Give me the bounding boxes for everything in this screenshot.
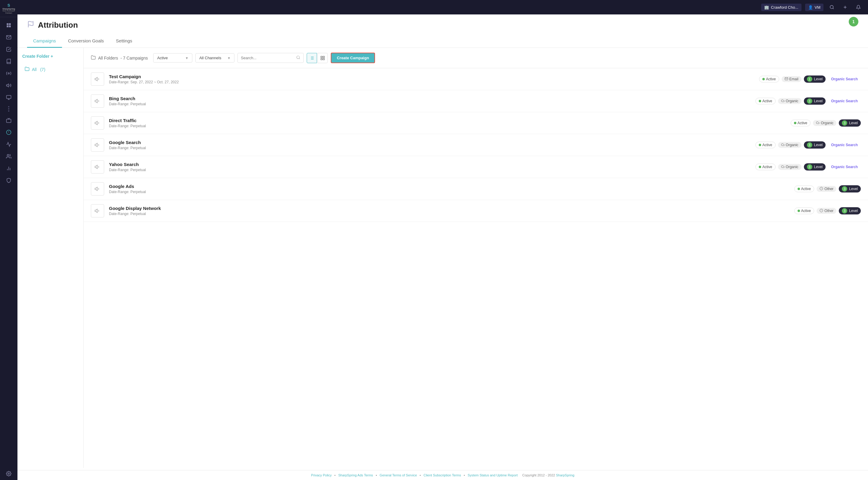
sidebar-item-analytics[interactable]: [2, 139, 15, 150]
campaign-row[interactable]: Direct TrafficDate-Range: PerpetualActiv…: [84, 112, 868, 134]
sidebar-item-dashboard[interactable]: [2, 20, 15, 31]
organic-search-badge: Organic Search: [828, 98, 861, 104]
level-number: 3: [842, 120, 847, 126]
create-folder-button[interactable]: Create Folder +: [22, 54, 79, 59]
footer-link-subscription[interactable]: Client Subscription Terms: [424, 473, 461, 477]
svg-marker-36: [95, 77, 97, 81]
level-badge: 1Level: [804, 75, 826, 83]
add-button[interactable]: [840, 2, 850, 12]
campaign-icon: [91, 204, 104, 217]
channel-icon: [816, 121, 819, 125]
campaign-row[interactable]: Test CampaignDate-Range: Sep. 27, 2022 ~…: [84, 68, 868, 90]
campaign-date: Date-Range: Perpetual: [109, 190, 789, 194]
sidebar-item-reports[interactable]: [2, 163, 15, 174]
status-badge: Active: [790, 120, 811, 126]
tab-settings[interactable]: Settings: [110, 35, 138, 48]
sidebar-item-media[interactable]: [2, 114, 15, 126]
status-label: Active: [762, 165, 772, 169]
svg-marker-6: [7, 84, 9, 87]
campaign-row[interactable]: Google AdsDate-Range: PerpetualActiveOth…: [84, 178, 868, 200]
sidebar-item-admin[interactable]: [2, 175, 15, 186]
footer-link-privacy[interactable]: Privacy Policy: [311, 473, 332, 477]
campaign-date: Date-Range: Perpetual: [109, 124, 786, 128]
level-number: 3: [807, 98, 812, 104]
tab-campaigns[interactable]: Campaigns: [27, 35, 62, 48]
sidebar-item-social[interactable]: [2, 80, 15, 91]
status-filter-dropdown[interactable]: Active ▼: [153, 53, 192, 63]
svg-rect-34: [323, 58, 325, 60]
channel-badge: Organic: [813, 120, 836, 126]
sidebar-item-email[interactable]: [2, 32, 15, 43]
account-selector[interactable]: 🏢 Crawford Cho...: [761, 4, 801, 11]
footer-link-ads-terms[interactable]: SharpSpring Ads Terms: [338, 473, 373, 477]
channel-label: Organic: [821, 121, 833, 125]
folder-all[interactable]: All (7): [22, 65, 79, 74]
notifications-button[interactable]: [854, 2, 863, 12]
sidebar-logo[interactable]: S SharpSpringfrom Constant Contact: [0, 0, 18, 17]
svg-marker-42: [95, 187, 97, 191]
sidebar-item-automation[interactable]: [2, 68, 15, 79]
level-label: Level: [814, 143, 823, 147]
create-campaign-button[interactable]: Create Campaign: [331, 53, 375, 63]
level-label: Level: [814, 165, 823, 169]
active-dot: [759, 144, 761, 146]
campaign-icon: [91, 160, 104, 174]
campaign-info: Yahoo SearchDate-Range: Perpetual: [109, 162, 751, 172]
channel-badge: Other: [816, 186, 836, 192]
svg-rect-33: [323, 56, 325, 58]
channel-icon: [781, 165, 785, 169]
campaign-name: Google Display Network: [109, 206, 789, 211]
tabs-container: Campaigns Conversion Goals Settings: [27, 35, 858, 47]
svg-line-25: [299, 58, 300, 59]
footer-link-tos[interactable]: General Terms of Service: [379, 473, 417, 477]
grid-view-button[interactable]: [317, 53, 328, 63]
campaign-row[interactable]: Yahoo SearchDate-Range: PerpetualActiveO…: [84, 156, 868, 178]
tab-conversion-goals[interactable]: Conversion Goals: [62, 35, 110, 48]
campaign-row[interactable]: Bing SearchDate-Range: PerpetualActiveOr…: [84, 90, 868, 112]
organic-search-badge: Organic Search: [828, 164, 861, 170]
footer-brand-link[interactable]: SharpSpring: [556, 473, 574, 477]
campaign-icon: [91, 95, 104, 108]
svg-rect-7: [7, 96, 11, 99]
sidebar-item-contacts[interactable]: [2, 151, 15, 162]
sidebar-item-tasks[interactable]: [2, 44, 15, 55]
footer-copyright: Copyright 2012 - 2022 SharpSpring: [522, 473, 574, 477]
search-button[interactable]: [827, 2, 837, 12]
campaign-row[interactable]: Google Display NetworkDate-Range: Perpet…: [84, 200, 868, 222]
channel-filter-label: All Channels: [199, 56, 221, 60]
campaign-date: Date-Range: Perpetual: [109, 102, 751, 106]
page-title-icon: [27, 21, 34, 30]
sidebar-more-dots[interactable]: [8, 104, 9, 114]
campaign-info: Bing SearchDate-Range: Perpetual: [109, 96, 751, 106]
channel-badge: Email: [782, 76, 802, 82]
sidebar-settings-button[interactable]: [6, 467, 11, 480]
sidebar-item-pages[interactable]: [2, 56, 15, 67]
campaign-info: Direct TrafficDate-Range: Perpetual: [109, 118, 786, 128]
level-badge: 3Level: [804, 163, 826, 171]
footer-links: Privacy Policy • SharpSpring Ads Terms •…: [311, 473, 519, 477]
search-input[interactable]: [241, 56, 294, 60]
campaign-name: Direct Traffic: [109, 118, 786, 123]
svg-rect-2: [7, 26, 8, 27]
list-view-button[interactable]: [307, 53, 317, 63]
campaign-count: - 7 Campaigns: [120, 56, 148, 61]
campaign-tags: ActiveEmail1LevelOrganic Search: [759, 75, 861, 83]
folder-name: All Folders: [98, 56, 118, 61]
sidebar-item-forms[interactable]: [2, 92, 15, 103]
footer-link-status[interactable]: System Status and Uptime Report: [468, 473, 518, 477]
channel-filter-dropdown[interactable]: All Channels ▼: [195, 53, 235, 63]
account-icon: 🏢: [764, 5, 769, 10]
user-menu[interactable]: 👤 VM: [805, 4, 824, 11]
campaign-tags: ActiveOther3Level: [794, 207, 861, 214]
active-dot: [798, 188, 800, 190]
folder-all-count: (7): [39, 67, 45, 72]
svg-rect-32: [321, 56, 322, 58]
main-content: Attribution Campaigns Conversion Goals S…: [18, 14, 868, 480]
campaign-row[interactable]: Google SearchDate-Range: PerpetualActive…: [84, 134, 868, 156]
sidebar-item-attribution[interactable]: [2, 127, 15, 138]
svg-marker-46: [95, 209, 97, 213]
organic-search-badge: Organic Search: [828, 76, 861, 82]
level-label: Level: [814, 99, 823, 103]
channel-badge: Organic: [778, 142, 802, 148]
svg-rect-35: [321, 58, 322, 60]
